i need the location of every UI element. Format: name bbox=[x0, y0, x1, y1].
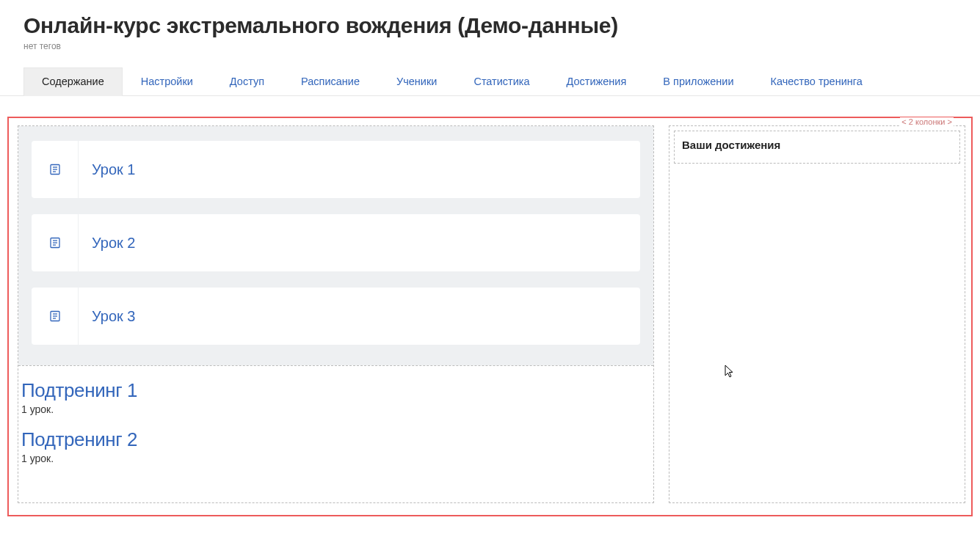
main-column[interactable]: Урок 1 Урок 2 bbox=[18, 125, 654, 503]
tab-settings[interactable]: Настройки bbox=[123, 67, 211, 95]
lesson-icon bbox=[32, 214, 79, 271]
tab-in-app[interactable]: В приложении bbox=[645, 67, 752, 95]
lesson-title[interactable]: Урок 3 bbox=[79, 308, 135, 325]
lesson-icon bbox=[32, 288, 79, 345]
achievements-title: Ваши достижения bbox=[682, 139, 952, 151]
achievements-box[interactable]: Ваши достижения bbox=[674, 131, 960, 164]
tab-access[interactable]: Доступ bbox=[211, 67, 283, 95]
subtraining-item[interactable]: Подтренинг 2 1 урок. bbox=[21, 428, 650, 464]
tab-content[interactable]: Содержание bbox=[23, 67, 123, 96]
tab-schedule[interactable]: Расписание bbox=[283, 67, 378, 95]
subtrainings-block: Подтренинг 1 1 урок. Подтренинг 2 1 урок… bbox=[18, 365, 653, 502]
tab-statistics[interactable]: Статистика bbox=[455, 67, 548, 95]
tabs-nav: Содержание Настройки Доступ Расписание У… bbox=[0, 67, 980, 96]
tab-students[interactable]: Ученики bbox=[378, 67, 455, 95]
editor-canvas[interactable]: < 2 колонки > Урок 1 bbox=[7, 117, 973, 516]
lesson-card[interactable]: Урок 3 bbox=[32, 288, 640, 345]
lesson-title[interactable]: Урок 1 bbox=[79, 161, 135, 178]
tab-achievements[interactable]: Достижения bbox=[548, 67, 645, 95]
lesson-card[interactable]: Урок 1 bbox=[32, 141, 640, 198]
subtraining-meta: 1 урок. bbox=[21, 453, 650, 464]
lesson-icon bbox=[32, 141, 79, 198]
tab-quality[interactable]: Качество тренинга bbox=[752, 67, 881, 95]
subtraining-title[interactable]: Подтренинг 2 bbox=[21, 428, 650, 451]
course-tags[interactable]: нет тегов bbox=[23, 41, 957, 51]
lesson-card[interactable]: Урок 2 bbox=[32, 214, 640, 271]
subtraining-title[interactable]: Подтренинг 1 bbox=[21, 379, 650, 402]
side-column[interactable]: Ваши достижения bbox=[669, 125, 965, 503]
lessons-block: Урок 1 Урок 2 bbox=[18, 126, 653, 365]
page-title: Онлайн-курс экстремального вождения (Дем… bbox=[23, 13, 957, 38]
lesson-title[interactable]: Урок 2 bbox=[79, 235, 135, 252]
subtraining-meta: 1 урок. bbox=[21, 403, 650, 415]
subtraining-item[interactable]: Подтренинг 1 1 урок. bbox=[21, 379, 650, 415]
columns-badge[interactable]: < 2 колонки > bbox=[900, 117, 954, 126]
